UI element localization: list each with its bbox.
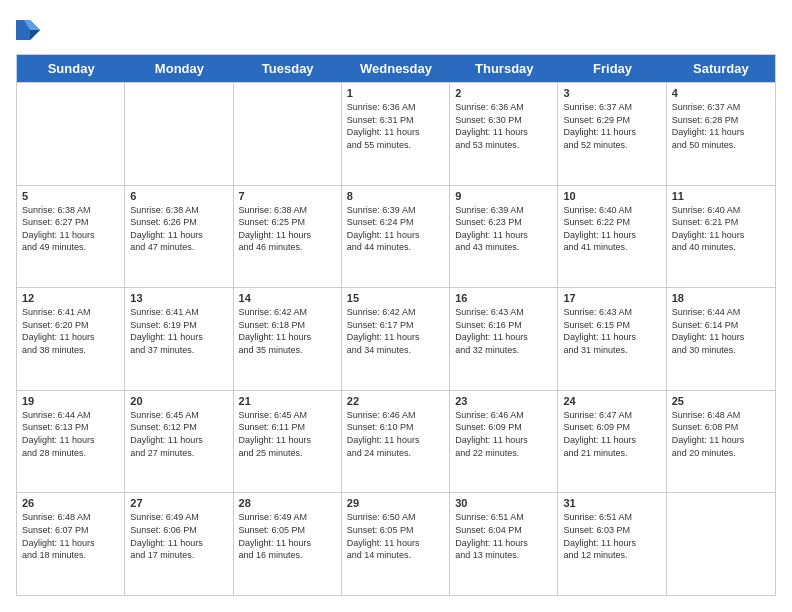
- day-info: Sunrise: 6:36 AM Sunset: 6:31 PM Dayligh…: [347, 101, 444, 151]
- day-cell-8: 8Sunrise: 6:39 AM Sunset: 6:24 PM Daylig…: [342, 186, 450, 288]
- calendar: SundayMondayTuesdayWednesdayThursdayFrid…: [16, 54, 776, 596]
- day-info: Sunrise: 6:38 AM Sunset: 6:25 PM Dayligh…: [239, 204, 336, 254]
- day-number: 9: [455, 190, 552, 202]
- day-cell-14: 14Sunrise: 6:42 AM Sunset: 6:18 PM Dayli…: [234, 288, 342, 390]
- header: [16, 16, 776, 44]
- day-number: 2: [455, 87, 552, 99]
- day-number: 18: [672, 292, 770, 304]
- day-number: 12: [22, 292, 119, 304]
- day-cell-6: 6Sunrise: 6:38 AM Sunset: 6:26 PM Daylig…: [125, 186, 233, 288]
- day-cell-10: 10Sunrise: 6:40 AM Sunset: 6:22 PM Dayli…: [558, 186, 666, 288]
- day-cell-26: 26Sunrise: 6:48 AM Sunset: 6:07 PM Dayli…: [17, 493, 125, 595]
- day-cell-20: 20Sunrise: 6:45 AM Sunset: 6:12 PM Dayli…: [125, 391, 233, 493]
- day-cell-18: 18Sunrise: 6:44 AM Sunset: 6:14 PM Dayli…: [667, 288, 775, 390]
- day-number: 13: [130, 292, 227, 304]
- day-cell-30: 30Sunrise: 6:51 AM Sunset: 6:04 PM Dayli…: [450, 493, 558, 595]
- day-info: Sunrise: 6:38 AM Sunset: 6:27 PM Dayligh…: [22, 204, 119, 254]
- day-number: 22: [347, 395, 444, 407]
- header-cell-friday: Friday: [558, 55, 666, 82]
- day-number: 19: [22, 395, 119, 407]
- day-info: Sunrise: 6:37 AM Sunset: 6:28 PM Dayligh…: [672, 101, 770, 151]
- day-cell-7: 7Sunrise: 6:38 AM Sunset: 6:25 PM Daylig…: [234, 186, 342, 288]
- day-number: 11: [672, 190, 770, 202]
- day-cell-31: 31Sunrise: 6:51 AM Sunset: 6:03 PM Dayli…: [558, 493, 666, 595]
- calendar-row-1: 1Sunrise: 6:36 AM Sunset: 6:31 PM Daylig…: [17, 82, 775, 185]
- day-number: 8: [347, 190, 444, 202]
- day-info: Sunrise: 6:51 AM Sunset: 6:03 PM Dayligh…: [563, 511, 660, 561]
- day-info: Sunrise: 6:48 AM Sunset: 6:07 PM Dayligh…: [22, 511, 119, 561]
- day-info: Sunrise: 6:51 AM Sunset: 6:04 PM Dayligh…: [455, 511, 552, 561]
- day-cell-22: 22Sunrise: 6:46 AM Sunset: 6:10 PM Dayli…: [342, 391, 450, 493]
- day-info: Sunrise: 6:42 AM Sunset: 6:17 PM Dayligh…: [347, 306, 444, 356]
- day-cell-5: 5Sunrise: 6:38 AM Sunset: 6:27 PM Daylig…: [17, 186, 125, 288]
- day-info: Sunrise: 6:42 AM Sunset: 6:18 PM Dayligh…: [239, 306, 336, 356]
- day-info: Sunrise: 6:46 AM Sunset: 6:09 PM Dayligh…: [455, 409, 552, 459]
- header-cell-monday: Monday: [125, 55, 233, 82]
- day-cell-29: 29Sunrise: 6:50 AM Sunset: 6:05 PM Dayli…: [342, 493, 450, 595]
- day-info: Sunrise: 6:40 AM Sunset: 6:22 PM Dayligh…: [563, 204, 660, 254]
- day-cell-3: 3Sunrise: 6:37 AM Sunset: 6:29 PM Daylig…: [558, 83, 666, 185]
- day-number: 17: [563, 292, 660, 304]
- day-cell-empty-0-1: [125, 83, 233, 185]
- day-number: 27: [130, 497, 227, 509]
- day-info: Sunrise: 6:45 AM Sunset: 6:12 PM Dayligh…: [130, 409, 227, 459]
- day-cell-19: 19Sunrise: 6:44 AM Sunset: 6:13 PM Dayli…: [17, 391, 125, 493]
- day-number: 5: [22, 190, 119, 202]
- header-cell-saturday: Saturday: [667, 55, 775, 82]
- day-number: 4: [672, 87, 770, 99]
- calendar-body: 1Sunrise: 6:36 AM Sunset: 6:31 PM Daylig…: [17, 82, 775, 595]
- svg-marker-2: [30, 30, 40, 40]
- day-cell-28: 28Sunrise: 6:49 AM Sunset: 6:05 PM Dayli…: [234, 493, 342, 595]
- day-cell-15: 15Sunrise: 6:42 AM Sunset: 6:17 PM Dayli…: [342, 288, 450, 390]
- day-number: 24: [563, 395, 660, 407]
- header-cell-tuesday: Tuesday: [234, 55, 342, 82]
- calendar-header: SundayMondayTuesdayWednesdayThursdayFrid…: [17, 55, 775, 82]
- day-cell-empty-0-0: [17, 83, 125, 185]
- day-number: 3: [563, 87, 660, 99]
- day-info: Sunrise: 6:43 AM Sunset: 6:16 PM Dayligh…: [455, 306, 552, 356]
- day-number: 6: [130, 190, 227, 202]
- calendar-row-5: 26Sunrise: 6:48 AM Sunset: 6:07 PM Dayli…: [17, 492, 775, 595]
- header-cell-wednesday: Wednesday: [342, 55, 450, 82]
- logo-icon: [16, 16, 40, 44]
- day-cell-16: 16Sunrise: 6:43 AM Sunset: 6:16 PM Dayli…: [450, 288, 558, 390]
- day-info: Sunrise: 6:44 AM Sunset: 6:14 PM Dayligh…: [672, 306, 770, 356]
- day-cell-27: 27Sunrise: 6:49 AM Sunset: 6:06 PM Dayli…: [125, 493, 233, 595]
- calendar-row-2: 5Sunrise: 6:38 AM Sunset: 6:27 PM Daylig…: [17, 185, 775, 288]
- day-info: Sunrise: 6:40 AM Sunset: 6:21 PM Dayligh…: [672, 204, 770, 254]
- day-cell-24: 24Sunrise: 6:47 AM Sunset: 6:09 PM Dayli…: [558, 391, 666, 493]
- day-cell-2: 2Sunrise: 6:36 AM Sunset: 6:30 PM Daylig…: [450, 83, 558, 185]
- day-info: Sunrise: 6:41 AM Sunset: 6:19 PM Dayligh…: [130, 306, 227, 356]
- day-number: 14: [239, 292, 336, 304]
- logo: [16, 16, 44, 44]
- day-cell-21: 21Sunrise: 6:45 AM Sunset: 6:11 PM Dayli…: [234, 391, 342, 493]
- day-cell-4: 4Sunrise: 6:37 AM Sunset: 6:28 PM Daylig…: [667, 83, 775, 185]
- day-cell-11: 11Sunrise: 6:40 AM Sunset: 6:21 PM Dayli…: [667, 186, 775, 288]
- day-cell-23: 23Sunrise: 6:46 AM Sunset: 6:09 PM Dayli…: [450, 391, 558, 493]
- day-info: Sunrise: 6:39 AM Sunset: 6:24 PM Dayligh…: [347, 204, 444, 254]
- day-info: Sunrise: 6:43 AM Sunset: 6:15 PM Dayligh…: [563, 306, 660, 356]
- day-number: 10: [563, 190, 660, 202]
- day-info: Sunrise: 6:41 AM Sunset: 6:20 PM Dayligh…: [22, 306, 119, 356]
- day-number: 20: [130, 395, 227, 407]
- day-info: Sunrise: 6:48 AM Sunset: 6:08 PM Dayligh…: [672, 409, 770, 459]
- day-number: 7: [239, 190, 336, 202]
- day-cell-1: 1Sunrise: 6:36 AM Sunset: 6:31 PM Daylig…: [342, 83, 450, 185]
- header-cell-sunday: Sunday: [17, 55, 125, 82]
- day-cell-empty-4-6: [667, 493, 775, 595]
- day-number: 16: [455, 292, 552, 304]
- day-info: Sunrise: 6:37 AM Sunset: 6:29 PM Dayligh…: [563, 101, 660, 151]
- day-number: 31: [563, 497, 660, 509]
- day-number: 26: [22, 497, 119, 509]
- calendar-page: SundayMondayTuesdayWednesdayThursdayFrid…: [0, 0, 792, 612]
- calendar-row-4: 19Sunrise: 6:44 AM Sunset: 6:13 PM Dayli…: [17, 390, 775, 493]
- day-info: Sunrise: 6:39 AM Sunset: 6:23 PM Dayligh…: [455, 204, 552, 254]
- day-cell-12: 12Sunrise: 6:41 AM Sunset: 6:20 PM Dayli…: [17, 288, 125, 390]
- day-number: 25: [672, 395, 770, 407]
- header-cell-thursday: Thursday: [450, 55, 558, 82]
- day-info: Sunrise: 6:49 AM Sunset: 6:05 PM Dayligh…: [239, 511, 336, 561]
- day-number: 21: [239, 395, 336, 407]
- day-info: Sunrise: 6:50 AM Sunset: 6:05 PM Dayligh…: [347, 511, 444, 561]
- day-info: Sunrise: 6:47 AM Sunset: 6:09 PM Dayligh…: [563, 409, 660, 459]
- day-number: 1: [347, 87, 444, 99]
